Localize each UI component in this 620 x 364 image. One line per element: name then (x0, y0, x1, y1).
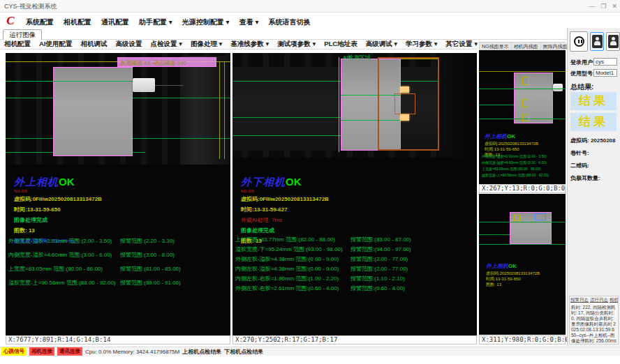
user-icon (592, 35, 603, 48)
middle-measurements: 上枝宽度=83.77mm 范围:(82.00 - 88.00) 报警范围:(83… (235, 236, 475, 294)
mini-info-line: 虚拟码:2025020813313472B (486, 271, 540, 276)
guide-line-green (479, 222, 566, 222)
mini-info-lines: 虚拟码:2025020813313472B时间:13-31-59-650图数: … (486, 271, 540, 287)
tab-run-image[interactable]: 运行图像 (3, 29, 42, 40)
guide-line-green (232, 135, 341, 136)
right-bottom-coord-bar: X:311;Y:980;R:0;G:0;B:0 (479, 335, 566, 344)
toolbar-button[interactable]: AI使用配置 (35, 40, 77, 49)
admin-mode-button[interactable] (606, 32, 620, 51)
log-tab[interactable]: 报警日志 (570, 297, 589, 303)
feature-box-blue (535, 213, 546, 220)
threshold-label: 灰度阈值:93, 动态阈值:100 (120, 59, 186, 67)
menu-item[interactable]: 助手配置 ▾ (134, 16, 177, 28)
toolbar: 相机配置AI使用配置相机调试高级设置点检设置 ▾图像处理 ▾基准线参数 ▾测试项… (0, 40, 477, 50)
camera-name: 外下相机 (241, 176, 286, 188)
menu-item[interactable]: 通讯配置 (96, 16, 134, 28)
mini-measurement-row: 内侧宽度-溢胶=4.60mm 范围:(3.00 - 6.00) (482, 160, 564, 166)
mini-tab[interactable]: NG残图显示 (480, 43, 512, 50)
operator-mode-button[interactable] (590, 32, 604, 51)
mini-tab[interactable]: 相机内残图 (512, 43, 541, 50)
middle-coords: X:270;Y:2502;R:17;G:17;B:17 (235, 336, 337, 343)
tab-glint (400, 114, 409, 121)
ai-time-text: 外观AI处理: 7ms (241, 216, 329, 224)
minimize-button[interactable]: — (589, 0, 595, 13)
camera-connect-badge: 相机连接 (29, 347, 54, 356)
measurement-row: 外侧宽度-溢胶=2.91mm 范围:(2.00 - 3.50) 报警范围:(2.… (8, 237, 229, 251)
middle-camera-view[interactable]: AI检测区域 外下相机OK NG:0/0 虚拟码:0FIIiw202502081… (232, 53, 477, 335)
tab-glint (400, 86, 409, 93)
app-logo-icon: C (3, 14, 18, 28)
toolbar-button[interactable]: 高级调试 ▾ (362, 40, 401, 49)
alarm-range: 报警范围:(0.60 - 4.00) (350, 285, 405, 292)
mini-info-line: 虚拟码:2025020813313472B (485, 141, 538, 146)
login-user-field[interactable]: cys (593, 58, 617, 66)
menubar: C 系统配置相机配置通讯配置助手配置 ▾光源控制配置 ▾查看 ▾系统语言切换 (0, 13, 620, 29)
left-measurements: 外侧宽度-溢胶=2.91mm 范围:(2.00 - 3.50) 报警范围:(2.… (8, 237, 229, 293)
edge-line-yellow (219, 61, 220, 159)
mini-tab-list: NG残图显示相机内残图面阵内残图 (480, 43, 570, 50)
toolbar-button[interactable]: 图像处理 ▾ (186, 40, 226, 49)
control-panel: 登录用户: cys 使用型号: Model1 总结果: 结果 结果 虚拟码: 2… (567, 28, 620, 346)
measurement-row: 溢胶宽度-下=95.24mm 范围:(93.00 - 98.00) 报警范围:(… (235, 245, 475, 255)
battery-cell-region (514, 73, 553, 123)
menu-item[interactable]: 光源控制配置 ▾ (177, 16, 235, 28)
measurement-value: 溢胶宽度-上=90.56mm 范围:(88.00 - 92.00) (8, 280, 116, 286)
machine-column (180, 56, 230, 165)
app-window: CYS-视觉检测系统 — ❐ ✕ C 系统配置相机配置通讯配置助手配置 ▾光源控… (0, 0, 620, 364)
ai-sub-box (394, 93, 415, 114)
guide-line-green (479, 105, 514, 105)
alarm-range: 报警范围:(3.00 - 8.00) (120, 251, 175, 259)
alarm-range: 报警范围:(1.10 - 2.10) (350, 275, 405, 282)
mini-measurements: 外侧宽度-溢胶=2.91mm 范围:(2.00 - 3.50)内侧宽度-溢胶=4… (482, 153, 564, 179)
toolbar-button[interactable]: 相机配置 (0, 40, 35, 49)
result-ok: OK (507, 133, 515, 139)
mini-tab[interactable]: 面阵内残图 (541, 43, 570, 50)
connector-wire (155, 85, 183, 86)
guide-line-green (479, 244, 566, 245)
mini-measurement-row: 上宽度=83.05mm 范围:(80.00 - 86.00) (482, 166, 564, 172)
pause-button[interactable] (570, 31, 588, 52)
barcode-text: 虚拟码:0FIIiw2025020813313472B (241, 195, 329, 203)
toolbar-button[interactable]: 高级设置 (112, 40, 147, 49)
left-camera-view[interactable]: 灰度阈值:93, 动态阈值:100 外上相机OK NG:0/0 虚拟码:0FII… (6, 53, 230, 335)
measurement-row: 外侧左胶-右胶=2.61mm 范围:(0.60 - 4.00) 报警范围:(0.… (235, 285, 475, 294)
guide-line-green (6, 81, 133, 82)
measurement-value: 外侧左胶-右胶=2.61mm 范围:(0.60 - 4.00) (235, 285, 339, 291)
toolbar-button[interactable]: 相机调试 (77, 40, 112, 49)
toolbar-button[interactable]: PLC地址表 (320, 40, 362, 49)
measurement-value: 内侧宽度-溢胶=4.60mm 范围:(3.00 - 6.00) (8, 252, 112, 258)
qr-code-label: 二维码: (570, 162, 589, 169)
feature-box-yellow (522, 114, 529, 121)
upper-camera-check-text: 上相机点检结果 (182, 348, 221, 356)
right-bottom-coords: X:311;Y:980;R:0;G:0;B:0 (482, 336, 569, 343)
maximize-button[interactable]: ❐ (600, 0, 606, 13)
titlebar: CYS-视觉检测系统 — ❐ ✕ (0, 0, 620, 13)
mini-measurement-row: 外侧宽度-溢胶=2.91mm 范围:(2.00 - 3.50) (482, 153, 564, 160)
middle-result-block: 外下相机OK NG:0/0 虚拟码:0FIIiw2025020813313472… (241, 176, 329, 245)
toolbar-button[interactable]: 学习参数 ▾ (401, 40, 441, 49)
model-field[interactable]: Model1 (593, 69, 617, 77)
menu-item[interactable]: 系统配置 (21, 16, 59, 28)
menu-item[interactable]: 相机配置 (59, 16, 96, 28)
toolbar-button[interactable]: 其它设置 ▾ (442, 40, 482, 49)
ng-snapshot-view[interactable]: 外上相机OK 虚拟码:2025020813313472B时间:13-31-59-… (479, 50, 566, 184)
lower-camera-check-text: 下相机点检结果 (224, 348, 263, 356)
alarm-range: 报警范围:(89.00 - 91.00) (120, 279, 181, 287)
menu-item[interactable]: 系统语言切换 (263, 16, 315, 28)
middle-coord-bar: X:270;Y:2502;R:17;G:17;B:17 (232, 335, 477, 344)
toolbar-button[interactable]: 测试项参数 ▾ (273, 40, 320, 49)
menu-item[interactable]: 查看 ▾ (235, 16, 264, 28)
toolbar-button[interactable]: 点检设置 ▾ (147, 40, 186, 49)
tab-count-label: 负极耳数量: (570, 174, 600, 182)
barcode-text: 虚拟码:0FIIiw2025020813313472B (14, 195, 102, 203)
result-ok: OK (59, 176, 75, 188)
measurement-row: 上宽度=83.05mm 范围:(80.00 - 86.00) 报警范围:(81.… (8, 265, 229, 279)
close-button[interactable]: ✕ (612, 0, 617, 13)
log-tab[interactable]: 运行日志 (590, 297, 608, 303)
second-snapshot-view[interactable]: 外上相机OK 虚拟码:2025020813313472B时间:13-31-59-… (479, 194, 566, 335)
virtual-code-label: 虚拟码: 20250208 (570, 137, 615, 144)
log-tab[interactable]: 相机日志 (610, 297, 619, 303)
toolbar-button[interactable]: 基准线参数 ▾ (226, 40, 273, 49)
measurement-value: 外侧宽度-溢胶=2.91mm 范围:(2.00 - 3.50) (8, 238, 112, 244)
measurement-row: 外侧左胶-溢胶=4.38mm 范围:(0.00 - 9.00) 报警范围:(2.… (235, 255, 475, 265)
